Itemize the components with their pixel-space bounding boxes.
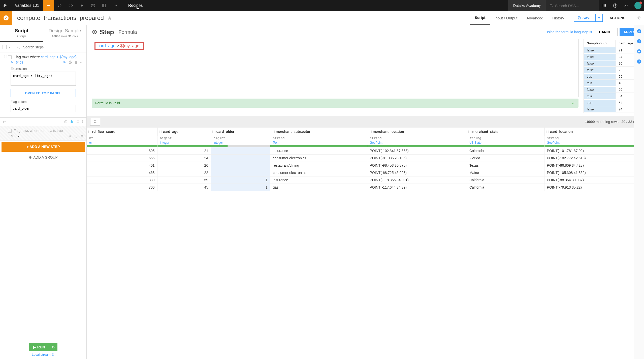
column-header[interactable]: ⋮⋮ merchant_state: [467, 128, 544, 136]
step-checkbox[interactable]: [8, 129, 12, 133]
project-title[interactable]: Variables 101: [11, 3, 43, 8]
external-link-icon: ⧉: [590, 30, 592, 34]
chat-icon[interactable]: [637, 49, 642, 54]
column-header[interactable]: ⋮⋮ card_older: [211, 128, 270, 136]
cell: POINT(-118.855 34.301): [367, 176, 467, 184]
sample-output-cell: false: [584, 87, 616, 93]
code-icon[interactable]: [65, 0, 76, 11]
tab-advanced[interactable]: Advanced: [522, 11, 548, 25]
global-search[interactable]: [546, 0, 599, 11]
add-icon[interactable]: [637, 29, 642, 34]
column-type: string: [467, 136, 544, 140]
copy-icon[interactable]: ⿻: [76, 120, 79, 124]
column-meaning[interactable]: er: [87, 140, 157, 145]
table-row: 706 45 1 gas POINT(-117.644 34.39) Calif…: [87, 184, 644, 191]
trash-icon[interactable]: 🗑: [74, 61, 78, 64]
info-icon[interactable]: ⓘ: [64, 120, 67, 124]
more-icon[interactable]: [110, 0, 121, 11]
sample-output-cell: true: [584, 74, 616, 80]
add-group-button[interactable]: ⊕ ADD A GROUP: [0, 153, 86, 162]
steps-dropdown-icon[interactable]: ▾: [9, 45, 12, 49]
step-checkbox[interactable]: [8, 55, 12, 59]
formula-editor[interactable]: card_age > ${my_age}: [92, 39, 578, 97]
open-editor-button[interactable]: OPEN EDITOR PANEL: [11, 89, 76, 97]
flag-column-input[interactable]: [11, 105, 76, 112]
power-icon[interactable]: ⏻: [69, 61, 72, 64]
activity-icon[interactable]: [621, 0, 632, 11]
tab-input-output[interactable]: Input / Output: [490, 11, 522, 25]
search-input[interactable]: [555, 4, 595, 8]
cell: POINT(-117.644 34.39): [367, 184, 467, 191]
select-all-steps-checkbox[interactable]: [3, 45, 7, 49]
dataiku-logo-icon[interactable]: [0, 0, 11, 11]
column-meaning[interactable]: Integer: [211, 140, 270, 145]
tab-history[interactable]: History: [548, 11, 569, 25]
column-meaning[interactable]: Text: [270, 140, 367, 145]
cell: [211, 162, 270, 169]
grip-icon[interactable]: ⋮⋮: [3, 55, 6, 58]
column-header[interactable]: ⋮⋮ merchant_subsector: [270, 128, 367, 136]
column-bar: [157, 145, 211, 147]
column-meaning[interactable]: GeoPoint: [544, 140, 644, 145]
expression-textarea[interactable]: card_age > ${my_age}: [11, 72, 76, 86]
column-meaning[interactable]: GeoPoint: [367, 140, 467, 145]
cell: Maine: [467, 169, 544, 176]
edit-icon[interactable]: ✎: [11, 61, 13, 64]
eye-icon[interactable]: 👁: [63, 61, 66, 64]
info-icon[interactable]: i: [637, 39, 642, 44]
more-icon[interactable]: ⋯: [80, 61, 83, 64]
history-icon[interactable]: [637, 59, 642, 64]
run-button[interactable]: ▶ RUN: [29, 343, 49, 351]
circle-icon[interactable]: [54, 0, 65, 11]
tab-script[interactable]: Script: [470, 11, 490, 25]
help-icon[interactable]: ?: [82, 120, 83, 124]
trash-icon[interactable]: 🗑: [80, 134, 83, 138]
back-arrow-icon[interactable]: [633, 11, 644, 25]
cancel-button[interactable]: CANCEL: [595, 28, 617, 36]
save-dropdown[interactable]: ▾: [596, 14, 603, 22]
column-header[interactable]: ⋮⋮ card_age: [157, 128, 211, 136]
eye-icon[interactable]: 👁: [69, 134, 72, 138]
dashboard-icon[interactable]: [87, 0, 99, 11]
add-step-button[interactable]: + ADD A NEW STEP: [2, 142, 85, 152]
formula-help-link[interactable]: Using the formula language ⧉: [545, 30, 592, 34]
save-button[interactable]: SAVE: [574, 14, 596, 22]
svg-rect-19: [605, 6, 606, 7]
grip-icon[interactable]: ⋮⋮: [3, 129, 6, 131]
layout-icon[interactable]: [99, 0, 110, 11]
svg-rect-11: [603, 4, 603, 5]
run-settings-button[interactable]: ⚙: [49, 343, 57, 351]
svg-rect-13: [605, 4, 606, 5]
edit-icon[interactable]: ✎: [11, 134, 13, 138]
local-stream-link[interactable]: Local stream ⚙: [3, 353, 84, 356]
search-icon: [17, 45, 20, 49]
data-search-button[interactable]: [90, 118, 100, 126]
academy-badge[interactable]: Dataiku Academy: [508, 0, 546, 11]
drop-icon[interactable]: 💧: [70, 120, 74, 124]
column-header[interactable]: ⋮⋮ merchant_location: [367, 128, 467, 136]
svg-point-7: [115, 5, 115, 6]
column-bar: [87, 145, 157, 147]
breadcrumb-recipes[interactable]: Recipes: [121, 3, 508, 8]
step-row-count: 170: [16, 134, 21, 138]
column-meaning[interactable]: US State: [467, 140, 544, 145]
eye-icon[interactable]: [92, 29, 97, 35]
flow-icon[interactable]: [43, 0, 54, 11]
steps-search-input[interactable]: [22, 44, 84, 50]
actions-button[interactable]: ACTIONS: [606, 14, 629, 22]
step-item-1[interactable]: ⋮⋮ Flag rows where card_age > ${my_age} …: [0, 52, 86, 117]
power-icon[interactable]: ⏻: [74, 134, 78, 138]
help-icon[interactable]: [610, 0, 621, 11]
apps-icon[interactable]: [599, 0, 610, 11]
column-meaning[interactable]: Integer: [157, 140, 211, 145]
left-tab-sample[interactable]: Design Sample 10000 rows 31 cols: [43, 25, 87, 42]
cell: 21: [157, 147, 211, 155]
step-item-2[interactable]: ⋮⋮ Flag rows where formula is true ✎ 170…: [0, 126, 86, 141]
column-header[interactable]: ⋮⋮ rd_fico_score: [87, 128, 157, 136]
data-table: ⋮⋮ rd_fico_score⋮⋮ card_age⋮⋮ card_older…: [87, 128, 644, 191]
column-header[interactable]: ⋮⋮ card_location: [544, 128, 644, 136]
play-icon[interactable]: [76, 0, 87, 11]
sample-output-cell: false: [584, 54, 616, 60]
user-avatar[interactable]: [634, 2, 641, 9]
left-tab-script[interactable]: Script 2 steps: [0, 25, 43, 42]
